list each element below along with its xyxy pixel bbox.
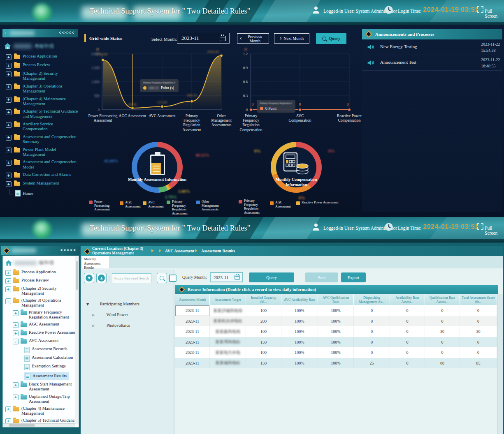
vertical-scrollbar[interactable] xyxy=(75,256,79,424)
sidebar-item[interactable]: +Power Plant Model Management xyxy=(6,147,78,157)
tree-expand-icon[interactable]: + xyxy=(6,135,12,141)
sidebar-root[interactable]: 考核补偿 xyxy=(4,43,78,50)
sidebar-item[interactable]: +(Chapter 5) Technical Guidance and Mana… xyxy=(6,109,78,119)
tree-expand-icon[interactable]: + xyxy=(6,109,12,115)
table-scrollbar[interactable] xyxy=(497,294,503,434)
tree-expand-icon[interactable]: + xyxy=(6,63,12,69)
tree-expand-icon[interactable]: + xyxy=(13,382,19,388)
assessment-donut-chart[interactable]: Monthly Assessment Information40.52%1.66… xyxy=(84,135,232,215)
legend-item[interactable]: Primary Frequency Regulation Assessment xyxy=(167,200,195,215)
sidebar-item[interactable]: +Ancillary Service Compensation xyxy=(6,122,78,132)
sidebar-item[interactable]: -(Chapter 3) Operations Management xyxy=(5,298,79,308)
compensation-donut-chart[interactable]: Monthly Compensation Information0%0%0%Pr… xyxy=(239,135,359,215)
tree-item-participating-members[interactable]: ▼ Participating Members xyxy=(86,302,139,306)
tree-item-wind-power[interactable]: ▶ Wind Power xyxy=(92,312,128,317)
tree-expand-icon[interactable]: + xyxy=(6,97,12,103)
month-input-field[interactable] xyxy=(181,35,220,42)
legend-item[interactable]: AGC Assessment xyxy=(120,201,143,208)
breadcrumb-item[interactable]: AVC Assessment xyxy=(165,249,194,253)
legend-item[interactable]: Primary Frequency Regulation Assessment xyxy=(239,199,267,215)
tree-collapsed-icon[interactable]: ▶ xyxy=(92,324,95,328)
tree-expand-icon[interactable]: - xyxy=(5,298,11,304)
tree-expand-icon[interactable]: + xyxy=(6,181,12,187)
export-button[interactable]: Export xyxy=(341,272,366,282)
tree-expand-icon[interactable]: + xyxy=(13,330,19,336)
column-header[interactable]: AVC Qualification Rate xyxy=(318,294,354,305)
sidebar-item[interactable]: +Assessment and Compensation Summary xyxy=(6,134,78,145)
table-row[interactable]: 2023-11某某机光伏电站200100%100%0000 xyxy=(175,316,497,327)
announcement-title[interactable]: New Energy Testing xyxy=(380,44,417,49)
sidebar-item[interactable]: Assessment Results xyxy=(5,372,79,380)
legend-item[interactable]: Reactive Power Assessment xyxy=(296,201,346,205)
expand-all-button[interactable]: ▼ xyxy=(84,273,94,283)
collapse-chevrons-icon[interactable]: <<<<< xyxy=(59,30,75,35)
column-header[interactable]: Assessment Month xyxy=(175,294,210,305)
compensation-line-chart[interactable]: 00.30.60.91.2分000Primary Frequency Regul… xyxy=(238,47,360,132)
tree-expand-icon[interactable]: + xyxy=(13,310,19,316)
sidebar-item[interactable]: +(Chapter 2) Security Management xyxy=(6,71,78,81)
sidebar-item[interactable]: +Process Review xyxy=(6,62,78,69)
horizontal-scrollbar[interactable] xyxy=(3,423,75,427)
tree-expand-icon[interactable]: + xyxy=(13,395,19,400)
calendar-icon[interactable] xyxy=(220,36,226,41)
sidebar-item-home[interactable]: Home xyxy=(9,190,78,196)
fullscreen-label[interactable]: Full Screen xyxy=(485,226,504,235)
next-month-button[interactable]: › Next Month xyxy=(274,33,309,44)
sidebar-item[interactable]: +(Chapter 3) Operations Management xyxy=(6,84,78,94)
fullscreen-icon[interactable] xyxy=(476,223,484,230)
sidebar-item[interactable]: +Reactive Power Assessment xyxy=(5,330,79,336)
sidebar-item[interactable]: +Assessment and Compensation Model xyxy=(6,159,78,170)
sidebar-item[interactable]: +Data Correction and Alarms xyxy=(6,172,78,178)
tree-expand-icon[interactable]: + xyxy=(6,54,12,60)
sidebar-item[interactable]: +(Chapter 4) Maintenance Management xyxy=(6,97,78,107)
legend-item[interactable]: AGC Assessment xyxy=(270,201,297,208)
sidebar-item[interactable]: +Black Start Management Assessment xyxy=(5,382,79,392)
sidebar-item[interactable]: Assessment Records xyxy=(5,346,79,353)
tree-expand-icon[interactable]: + xyxy=(6,148,12,153)
sidebar-item[interactable]: +(Chapter 4) Maintenance Management xyxy=(5,406,79,416)
tree-collapsed-icon[interactable]: ▶ xyxy=(92,313,95,317)
sidebar-item[interactable]: +Process Application xyxy=(6,54,78,60)
tree-expanded-icon[interactable]: ▼ xyxy=(86,302,89,306)
tab-monthly-assessment-results[interactable]: MonthlyAssessment Results xyxy=(82,256,109,268)
query-button[interactable]: Query xyxy=(249,272,294,282)
column-header[interactable]: Qualification Rate Assess... xyxy=(425,294,460,305)
tree-expand-icon[interactable]: + xyxy=(5,286,11,292)
sidebar-item[interactable]: Exemption Settings xyxy=(5,364,79,370)
column-header[interactable]: Assessment Target xyxy=(210,294,246,305)
tree-expand-icon[interactable]: + xyxy=(6,160,12,166)
query-button[interactable]: Query xyxy=(316,33,346,44)
tree-expand-icon[interactable]: + xyxy=(5,278,11,284)
previous-month-button[interactable]: ‹ Previous Month xyxy=(237,33,269,44)
tree-expand-icon[interactable]: + xyxy=(6,72,12,77)
column-header[interactable]: Dispatching Management As... xyxy=(354,294,390,305)
sidebar-item[interactable]: +System Management xyxy=(6,181,78,187)
back-arrow-icon[interactable]: ‹ xyxy=(5,30,6,36)
fullscreen-label[interactable]: Full Screen xyxy=(485,9,504,18)
breadcrumb-item[interactable]: Assessment Results xyxy=(201,249,235,253)
sidebar-item[interactable]: -AVC Assessment xyxy=(5,338,79,344)
column-header[interactable]: Installed Capacity (M... xyxy=(246,294,281,305)
legend-item[interactable]: Other Management Assessments xyxy=(196,200,223,212)
tree-expand-icon[interactable]: + xyxy=(6,84,12,90)
sidebar-item[interactable]: +Primary Frequency Regulation Assessment xyxy=(5,310,79,320)
calendar-icon[interactable] xyxy=(235,275,240,280)
column-header[interactable]: Availability Rate Assess... xyxy=(390,294,425,305)
tree-expand-icon[interactable]: + xyxy=(6,173,12,178)
tree-expand-icon[interactable]: + xyxy=(5,270,11,276)
assessment-line-chart[interactable]: 05001,0001,5002,000分1780.0060.36115.0039… xyxy=(81,47,238,132)
sidebar-item[interactable]: +Process Application xyxy=(5,270,79,276)
table-row[interactable]: 2023-11某某湾风电站150100%100%0000 xyxy=(175,337,497,348)
column-header[interactable]: Total Assessment Score (St... xyxy=(460,294,497,305)
tree-expand-icon[interactable]: + xyxy=(6,122,12,128)
sidebar-root[interactable]: 核补偿 xyxy=(5,259,79,266)
tree-expand-icon[interactable]: + xyxy=(5,406,11,412)
table-row[interactable]: 2023-11某某城风电站150100%100%2506085 xyxy=(175,358,497,369)
fullscreen-icon[interactable] xyxy=(476,6,484,13)
table-row[interactable]: 2023-11某某电力水电100100%100%0000 xyxy=(175,347,497,358)
selected-tree-item[interactable]: Assessment Results xyxy=(24,372,69,380)
member-search-button[interactable] xyxy=(157,273,167,283)
tree-item-photovoltaics[interactable]: ▶ Photovoltaics xyxy=(92,323,130,328)
announcement-row[interactable]: New Energy Testing2023-11-2215:54:38 xyxy=(362,39,502,55)
sidebar-item[interactable]: +Process Review xyxy=(5,278,79,284)
